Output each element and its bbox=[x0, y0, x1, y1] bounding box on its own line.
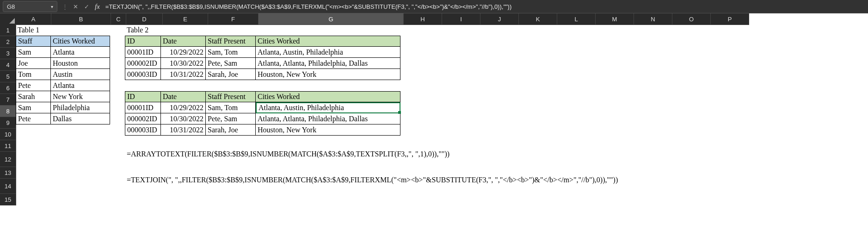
formula-text-14[interactable]: =TEXTJOIN(", ",,FILTER($B$3:$B$9,ISNUMBE… bbox=[125, 173, 742, 187]
name-box[interactable]: G8 ▾ bbox=[3, 1, 57, 12]
t3-header-cities[interactable]: Cities Worked bbox=[256, 91, 400, 102]
t1-header-cities[interactable]: Cities Worked bbox=[51, 36, 110, 47]
t1-header-staff[interactable]: Staff bbox=[16, 36, 51, 47]
column-header-K[interactable]: K bbox=[519, 13, 557, 25]
t3-date-2[interactable]: 10/31/2022 bbox=[161, 124, 206, 136]
column-header-B[interactable]: B bbox=[51, 13, 111, 25]
row-header-4[interactable]: 4 bbox=[0, 59, 16, 71]
column-header-J[interactable]: J bbox=[480, 13, 519, 25]
column-header-E[interactable]: E bbox=[163, 13, 208, 25]
row-header-7[interactable]: 7 bbox=[0, 94, 16, 106]
t3-staff-1[interactable]: Pete, Sam bbox=[206, 113, 256, 124]
t1-city-6[interactable]: Dallas bbox=[51, 113, 110, 124]
row-header-10[interactable]: 10 bbox=[0, 129, 16, 140]
row-header-5[interactable]: 5 bbox=[0, 71, 16, 82]
t2-staff-0[interactable]: Sam, Tom bbox=[206, 47, 256, 58]
t3-id-2[interactable]: 000003ID bbox=[125, 124, 161, 136]
t2-staff-1[interactable]: Pete, Sam bbox=[206, 58, 256, 69]
t2-header-id[interactable]: ID bbox=[125, 36, 161, 47]
spreadsheet-grid[interactable]: ABCDEFGHIJKLMNOP 123456789101112131415 T… bbox=[0, 13, 868, 236]
label-table2[interactable]: Table 2 bbox=[125, 25, 161, 36]
row-header-11[interactable]: 11 bbox=[0, 140, 16, 152]
t1-city-0[interactable]: Atlanta bbox=[51, 47, 110, 58]
t2-id-0[interactable]: 00001ID bbox=[125, 47, 161, 58]
t2-id-1[interactable]: 000002ID bbox=[125, 58, 161, 69]
t3-date-0[interactable]: 10/29/2022 bbox=[161, 102, 206, 113]
t2-date-0[interactable]: 10/29/2022 bbox=[161, 47, 206, 58]
t1-staff-2[interactable]: Tom bbox=[16, 69, 51, 80]
row-header-6[interactable]: 6 bbox=[0, 82, 16, 94]
t1-city-1[interactable]: Houston bbox=[51, 58, 110, 69]
row-header-9[interactable]: 9 bbox=[0, 117, 16, 129]
fill-handle[interactable] bbox=[398, 111, 401, 114]
column-header-L[interactable]: L bbox=[557, 13, 596, 25]
name-box-value: G8 bbox=[7, 3, 15, 10]
confirm-icon[interactable]: ✓ bbox=[81, 3, 92, 10]
column-header-D[interactable]: D bbox=[126, 13, 163, 25]
t2-staff-2[interactable]: Sarah, Joe bbox=[206, 69, 256, 80]
label-table1[interactable]: Table 1 bbox=[16, 25, 51, 36]
column-header-H[interactable]: H bbox=[404, 13, 442, 25]
row-header-15[interactable]: 15 bbox=[0, 194, 16, 205]
t3-staff-2[interactable]: Sarah, Joe bbox=[206, 124, 256, 136]
column-header-N[interactable]: N bbox=[634, 13, 672, 25]
row-header-14[interactable]: 14 bbox=[0, 179, 16, 194]
t3-id-1[interactable]: 000002ID bbox=[125, 113, 161, 124]
t1-city-2[interactable]: Austin bbox=[51, 69, 110, 80]
t3-id-0[interactable]: 00001ID bbox=[125, 102, 161, 113]
select-all-corner[interactable] bbox=[0, 13, 16, 25]
t3-header-date[interactable]: Date bbox=[161, 91, 206, 102]
row-header-3[interactable]: 3 bbox=[0, 48, 16, 59]
t3-date-1[interactable]: 10/30/2022 bbox=[161, 113, 206, 124]
t2-header-staff[interactable]: Staff Present bbox=[206, 36, 256, 47]
divider: ⋮ bbox=[60, 3, 70, 10]
select-all-triangle-icon bbox=[9, 18, 15, 24]
t2-cities-0[interactable]: Atlanta, Austin, Philadelphia bbox=[256, 47, 400, 58]
row-header-13[interactable]: 13 bbox=[0, 167, 16, 179]
t1-city-5[interactable]: Philadelphia bbox=[51, 102, 110, 113]
column-header-G[interactable]: G bbox=[259, 13, 404, 25]
t1-city-4[interactable]: New York bbox=[51, 91, 110, 102]
t3-header-id[interactable]: ID bbox=[125, 91, 161, 102]
t1-staff-4[interactable]: Sarah bbox=[16, 91, 51, 102]
t3-header-staff[interactable]: Staff Present bbox=[206, 91, 256, 102]
t3-cities-2[interactable]: Houston, New York bbox=[256, 124, 400, 136]
formula-text-12[interactable]: =ARRAYTOTEXT(FILTER($B$3:$B$9,ISNUMBER(M… bbox=[125, 147, 742, 161]
fx-icon[interactable]: fx bbox=[92, 3, 103, 11]
row-headers: 123456789101112131415 bbox=[0, 25, 16, 205]
row-header-12[interactable]: 12 bbox=[0, 152, 16, 167]
column-header-P[interactable]: P bbox=[711, 13, 749, 25]
t1-staff-0[interactable]: Sam bbox=[16, 47, 51, 58]
formula-bar: G8 ▾ ⋮ ✕ ✓ fx bbox=[0, 0, 868, 13]
row-header-2[interactable]: 2 bbox=[0, 36, 16, 48]
t2-header-cities[interactable]: Cities Worked bbox=[256, 36, 400, 47]
t2-date-2[interactable]: 10/31/2022 bbox=[161, 69, 206, 80]
column-header-M[interactable]: M bbox=[596, 13, 634, 25]
column-headers: ABCDEFGHIJKLMNOP bbox=[16, 13, 749, 25]
t3-cities-0[interactable]: Atlanta, Austin, Philadelphia bbox=[256, 102, 400, 113]
t1-staff-5[interactable]: Sam bbox=[16, 102, 51, 113]
column-header-C[interactable]: C bbox=[111, 13, 126, 25]
t3-staff-0[interactable]: Sam, Tom bbox=[206, 102, 256, 113]
t2-date-1[interactable]: 10/30/2022 bbox=[161, 58, 206, 69]
column-header-F[interactable]: F bbox=[208, 13, 259, 25]
t1-staff-3[interactable]: Pete bbox=[16, 80, 51, 91]
t1-staff-1[interactable]: Joe bbox=[16, 58, 51, 69]
cancel-icon[interactable]: ✕ bbox=[70, 3, 81, 10]
t3-cities-1[interactable]: Atlanta, Atlanta, Philadelphia, Dallas bbox=[256, 113, 400, 124]
column-header-I[interactable]: I bbox=[442, 13, 480, 25]
column-header-A[interactable]: A bbox=[16, 13, 51, 25]
row-header-8[interactable]: 8 bbox=[0, 106, 16, 117]
chevron-down-icon[interactable]: ▾ bbox=[51, 4, 53, 9]
t2-cities-2[interactable]: Houston, New York bbox=[256, 69, 400, 80]
formula-input[interactable] bbox=[103, 3, 868, 11]
t2-header-date[interactable]: Date bbox=[161, 36, 206, 47]
t1-staff-6[interactable]: Pete bbox=[16, 113, 51, 124]
t2-id-2[interactable]: 000003ID bbox=[125, 69, 161, 80]
t1-city-3[interactable]: Atlanta bbox=[51, 80, 110, 91]
t2-cities-1[interactable]: Atlanta, Atlanta, Philadelphia, Dallas bbox=[256, 58, 400, 69]
row-header-1[interactable]: 1 bbox=[0, 25, 16, 36]
column-header-O[interactable]: O bbox=[672, 13, 711, 25]
